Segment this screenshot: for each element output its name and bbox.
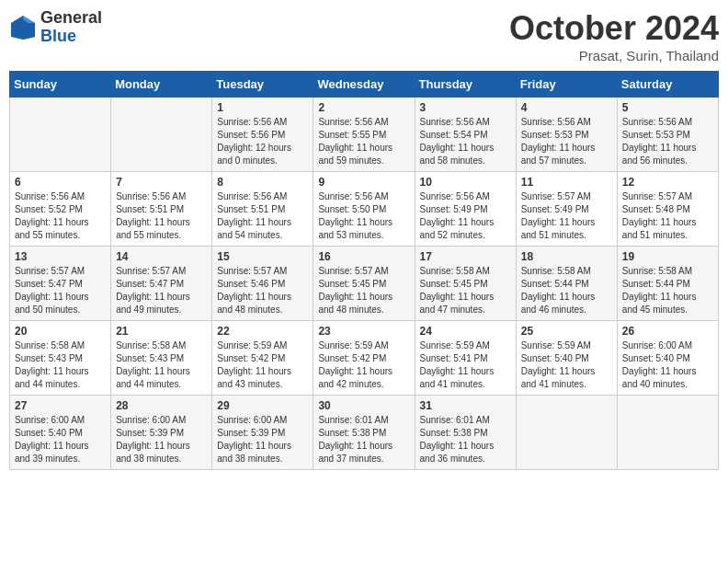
day-number: 1	[217, 101, 308, 114]
calendar-cell: 24Sunrise: 5:59 AM Sunset: 5:41 PM Dayli…	[415, 321, 516, 396]
calendar-cell: 10Sunrise: 5:56 AM Sunset: 5:49 PM Dayli…	[415, 172, 516, 247]
logo-blue: Blue	[40, 28, 102, 46]
day-info: Sunrise: 5:58 AM Sunset: 5:43 PM Dayligh…	[15, 339, 106, 391]
logo-general: General	[40, 9, 102, 28]
day-number: 30	[318, 399, 409, 412]
day-number: 25	[521, 325, 612, 338]
calendar-cell	[516, 396, 617, 470]
calendar-cell: 18Sunrise: 5:58 AM Sunset: 5:44 PM Dayli…	[516, 247, 617, 321]
month-title: October 2024	[509, 9, 719, 48]
title-block: October 2024 Prasat, Surin, Thailand	[509, 9, 719, 63]
calendar-cell: 22Sunrise: 5:59 AM Sunset: 5:42 PM Dayli…	[212, 321, 313, 396]
header-cell-thursday: Thursday	[415, 72, 516, 98]
day-number: 9	[318, 176, 409, 189]
calendar-cell: 31Sunrise: 6:01 AM Sunset: 5:38 PM Dayli…	[415, 396, 516, 470]
day-info: Sunrise: 6:00 AM Sunset: 5:40 PM Dayligh…	[622, 339, 713, 391]
day-info: Sunrise: 5:58 AM Sunset: 5:43 PM Dayligh…	[116, 339, 207, 391]
calendar-cell: 6Sunrise: 5:56 AM Sunset: 5:52 PM Daylig…	[10, 172, 111, 247]
calendar-cell: 1Sunrise: 5:56 AM Sunset: 5:56 PM Daylig…	[212, 98, 313, 172]
header-cell-saturday: Saturday	[617, 72, 718, 98]
day-info: Sunrise: 5:56 AM Sunset: 5:52 PM Dayligh…	[15, 190, 106, 242]
day-info: Sunrise: 5:56 AM Sunset: 5:55 PM Dayligh…	[318, 116, 409, 167]
day-info: Sunrise: 5:57 AM Sunset: 5:47 PM Dayligh…	[15, 265, 106, 316]
calendar-cell: 15Sunrise: 5:57 AM Sunset: 5:46 PM Dayli…	[212, 247, 313, 321]
day-info: Sunrise: 5:58 AM Sunset: 5:45 PM Dayligh…	[420, 265, 511, 316]
day-info: Sunrise: 5:57 AM Sunset: 5:49 PM Dayligh…	[521, 190, 612, 242]
header-cell-wednesday: Wednesday	[313, 72, 415, 98]
calendar-cell: 28Sunrise: 6:00 AM Sunset: 5:39 PM Dayli…	[111, 396, 212, 470]
week-row-1: 6Sunrise: 5:56 AM Sunset: 5:52 PM Daylig…	[10, 172, 719, 247]
day-number: 26	[622, 325, 713, 338]
calendar-cell: 30Sunrise: 6:01 AM Sunset: 5:38 PM Dayli…	[313, 396, 415, 470]
calendar-cell: 4Sunrise: 5:56 AM Sunset: 5:53 PM Daylig…	[516, 98, 617, 172]
calendar-cell: 7Sunrise: 5:56 AM Sunset: 5:51 PM Daylig…	[111, 172, 212, 247]
calendar-cell: 23Sunrise: 5:59 AM Sunset: 5:42 PM Dayli…	[313, 321, 415, 396]
day-info: Sunrise: 5:56 AM Sunset: 5:53 PM Dayligh…	[521, 116, 612, 167]
day-info: Sunrise: 6:00 AM Sunset: 5:40 PM Dayligh…	[15, 414, 106, 465]
day-info: Sunrise: 5:56 AM Sunset: 5:51 PM Dayligh…	[217, 190, 308, 242]
day-number: 21	[116, 325, 207, 338]
day-number: 8	[217, 176, 308, 189]
header-cell-tuesday: Tuesday	[212, 72, 313, 98]
day-info: Sunrise: 5:59 AM Sunset: 5:40 PM Dayligh…	[521, 339, 612, 391]
page-header: General Blue October 2024 Prasat, Surin,…	[9, 9, 719, 63]
calendar-cell: 17Sunrise: 5:58 AM Sunset: 5:45 PM Dayli…	[415, 247, 516, 321]
calendar-cell: 8Sunrise: 5:56 AM Sunset: 5:51 PM Daylig…	[212, 172, 313, 247]
day-info: Sunrise: 5:58 AM Sunset: 5:44 PM Dayligh…	[622, 265, 713, 316]
day-number: 15	[217, 250, 308, 263]
day-number: 31	[420, 399, 511, 412]
calendar-cell	[10, 98, 111, 172]
day-number: 5	[622, 101, 713, 114]
day-number: 10	[420, 176, 511, 189]
day-number: 13	[15, 250, 106, 263]
day-number: 17	[420, 250, 511, 263]
calendar-cell: 20Sunrise: 5:58 AM Sunset: 5:43 PM Dayli…	[10, 321, 111, 396]
day-number: 29	[217, 399, 308, 412]
day-info: Sunrise: 5:56 AM Sunset: 5:49 PM Dayligh…	[420, 190, 511, 242]
day-number: 18	[521, 250, 612, 263]
calendar-cell: 5Sunrise: 5:56 AM Sunset: 5:53 PM Daylig…	[617, 98, 718, 172]
day-number: 14	[116, 250, 207, 263]
day-info: Sunrise: 5:56 AM Sunset: 5:51 PM Dayligh…	[116, 190, 207, 242]
day-number: 12	[622, 176, 713, 189]
calendar-cell: 2Sunrise: 5:56 AM Sunset: 5:55 PM Daylig…	[313, 98, 415, 172]
header-cell-sunday: Sunday	[10, 72, 111, 98]
calendar-cell: 21Sunrise: 5:58 AM Sunset: 5:43 PM Dayli…	[111, 321, 212, 396]
day-info: Sunrise: 6:01 AM Sunset: 5:38 PM Dayligh…	[318, 414, 409, 465]
calendar-cell: 27Sunrise: 6:00 AM Sunset: 5:40 PM Dayli…	[10, 396, 111, 470]
day-info: Sunrise: 5:56 AM Sunset: 5:50 PM Dayligh…	[318, 190, 409, 242]
calendar-cell: 3Sunrise: 5:56 AM Sunset: 5:54 PM Daylig…	[415, 98, 516, 172]
location: Prasat, Surin, Thailand	[509, 48, 719, 63]
day-number: 2	[318, 101, 409, 114]
calendar-cell: 13Sunrise: 5:57 AM Sunset: 5:47 PM Dayli…	[10, 247, 111, 321]
calendar-body: 1Sunrise: 5:56 AM Sunset: 5:56 PM Daylig…	[10, 98, 719, 470]
day-number: 27	[15, 399, 106, 412]
calendar-table: SundayMondayTuesdayWednesdayThursdayFrid…	[9, 71, 719, 470]
day-number: 28	[116, 399, 207, 412]
week-row-3: 20Sunrise: 5:58 AM Sunset: 5:43 PM Dayli…	[10, 321, 719, 396]
calendar-cell: 11Sunrise: 5:57 AM Sunset: 5:49 PM Dayli…	[516, 172, 617, 247]
logo: General Blue	[9, 9, 102, 46]
day-number: 22	[217, 325, 308, 338]
calendar-cell: 19Sunrise: 5:58 AM Sunset: 5:44 PM Dayli…	[617, 247, 718, 321]
day-info: Sunrise: 5:58 AM Sunset: 5:44 PM Dayligh…	[521, 265, 612, 316]
day-info: Sunrise: 5:56 AM Sunset: 5:54 PM Dayligh…	[420, 116, 511, 167]
day-info: Sunrise: 5:56 AM Sunset: 5:56 PM Dayligh…	[217, 116, 308, 167]
day-info: Sunrise: 5:57 AM Sunset: 5:48 PM Dayligh…	[622, 190, 713, 242]
header-row: SundayMondayTuesdayWednesdayThursdayFrid…	[10, 72, 719, 98]
day-info: Sunrise: 6:00 AM Sunset: 5:39 PM Dayligh…	[217, 414, 308, 465]
day-number: 23	[318, 325, 409, 338]
day-number: 7	[116, 176, 207, 189]
day-info: Sunrise: 6:00 AM Sunset: 5:39 PM Dayligh…	[116, 414, 207, 465]
calendar-cell: 9Sunrise: 5:56 AM Sunset: 5:50 PM Daylig…	[313, 172, 415, 247]
day-number: 24	[420, 325, 511, 338]
day-number: 3	[420, 101, 511, 114]
logo-icon	[9, 14, 37, 41]
day-number: 4	[521, 101, 612, 114]
calendar-header: SundayMondayTuesdayWednesdayThursdayFrid…	[10, 72, 719, 98]
calendar-cell: 14Sunrise: 5:57 AM Sunset: 5:47 PM Dayli…	[111, 247, 212, 321]
week-row-0: 1Sunrise: 5:56 AM Sunset: 5:56 PM Daylig…	[10, 98, 719, 172]
calendar-cell: 29Sunrise: 6:00 AM Sunset: 5:39 PM Dayli…	[212, 396, 313, 470]
day-info: Sunrise: 5:57 AM Sunset: 5:46 PM Dayligh…	[217, 265, 308, 316]
day-info: Sunrise: 5:59 AM Sunset: 5:42 PM Dayligh…	[217, 339, 308, 391]
